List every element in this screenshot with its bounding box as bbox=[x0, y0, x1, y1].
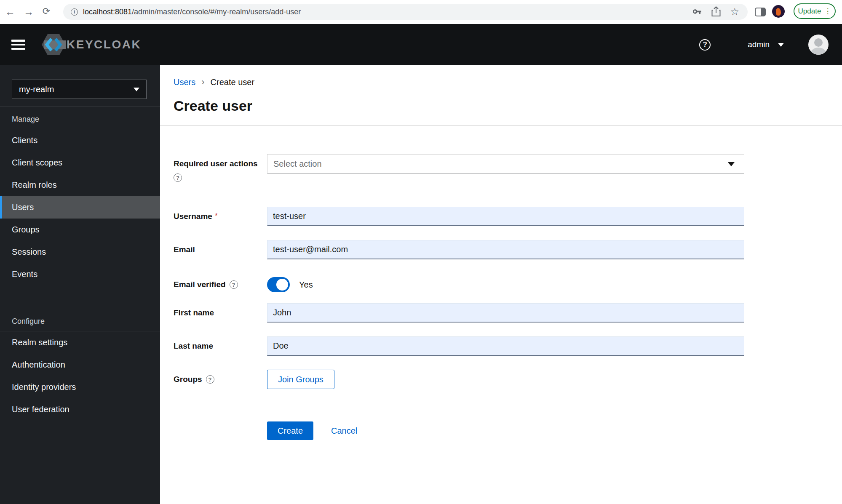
browser-menu-kebab-icon[interactable]: ⋮ bbox=[824, 7, 831, 16]
user-menu-label[interactable]: admin bbox=[748, 40, 770, 49]
email-verified-toggle[interactable] bbox=[267, 277, 290, 292]
forward-icon[interactable]: → bbox=[24, 7, 34, 17]
back-icon[interactable]: ← bbox=[5, 7, 15, 17]
form-row-email-verified: Email verified ? Yes bbox=[174, 277, 842, 292]
groups-help-icon[interactable]: ? bbox=[206, 375, 214, 384]
help-icon[interactable]: ? bbox=[699, 39, 711, 51]
update-label: Update bbox=[798, 7, 821, 16]
nav-group-title-manage: Manage bbox=[0, 114, 160, 125]
email-verified-state: Yes bbox=[299, 277, 313, 292]
form-row-groups: Groups ? Join Groups bbox=[174, 370, 842, 389]
sidebar-item-authentication[interactable]: Authentication bbox=[0, 354, 160, 376]
breadcrumb-users-link[interactable]: Users bbox=[174, 77, 195, 87]
main-content: Users › Create user Create user Required… bbox=[160, 65, 842, 504]
keycloak-hexagon-icon bbox=[41, 33, 66, 56]
browser-update-button[interactable]: Update ⋮ bbox=[794, 3, 836, 19]
required-asterisk: * bbox=[215, 212, 218, 220]
bookmark-star-icon[interactable]: ☆ bbox=[730, 6, 739, 18]
address-bar[interactable]: i localhost:8081/admin/master/console/#/… bbox=[63, 4, 748, 20]
form-row-first-name: First name bbox=[174, 303, 842, 323]
form-actions: Create Cancel bbox=[267, 421, 842, 440]
url-host: localhost:8081 bbox=[83, 8, 132, 16]
sidebar-item-realm-settings[interactable]: Realm settings bbox=[0, 331, 160, 354]
masthead-right: ? admin bbox=[699, 35, 829, 55]
form-row-email: Email bbox=[174, 240, 842, 259]
realm-selector-value: my-realm bbox=[19, 85, 134, 94]
toggle-knob bbox=[276, 279, 288, 291]
last-name-field[interactable] bbox=[267, 336, 744, 356]
url-text[interactable]: localhost:8081/admin/master/console/#/my… bbox=[83, 8, 692, 16]
last-name-label: Last name bbox=[174, 341, 213, 350]
page-title: Create user bbox=[174, 97, 842, 114]
email-label: Email bbox=[174, 245, 195, 254]
form-row-username: Username* bbox=[174, 207, 842, 226]
side-panel-icon[interactable] bbox=[755, 8, 766, 16]
site-info-icon[interactable]: i bbox=[71, 8, 78, 16]
keycloak-logo[interactable]: KEYCLOAK bbox=[41, 33, 141, 56]
breadcrumb-current: Create user bbox=[211, 77, 255, 87]
share-icon[interactable] bbox=[711, 6, 721, 17]
sidebar-item-sessions[interactable]: Sessions bbox=[0, 241, 160, 263]
keycloak-wordmark: KEYCLOAK bbox=[67, 38, 141, 51]
sidebar-item-events[interactable]: Events bbox=[0, 263, 160, 285]
user-avatar[interactable] bbox=[808, 35, 829, 55]
required-actions-label: Required user actions bbox=[174, 159, 258, 168]
breadcrumb-separator-icon: › bbox=[201, 77, 204, 87]
join-groups-button[interactable]: Join Groups bbox=[267, 370, 334, 389]
page-header-divider bbox=[160, 125, 842, 126]
cancel-button[interactable]: Cancel bbox=[331, 426, 357, 436]
url-path: /admin/master/console/#/my-realm/users/a… bbox=[132, 8, 301, 16]
sidebar-item-clients[interactable]: Clients bbox=[0, 129, 160, 152]
create-user-form: Required user actions ? Select action Us… bbox=[160, 154, 842, 440]
user-menu-caret-icon[interactable] bbox=[778, 43, 784, 47]
browser-profile-avatar[interactable] bbox=[772, 5, 785, 18]
groups-label: Groups bbox=[174, 375, 202, 384]
username-field[interactable] bbox=[267, 207, 744, 226]
sidebar-divider bbox=[0, 107, 160, 107]
sidebar-item-realm-roles[interactable]: Realm roles bbox=[0, 174, 160, 196]
form-row-last-name: Last name bbox=[174, 336, 842, 356]
password-key-icon[interactable] bbox=[692, 7, 702, 17]
first-name-field[interactable] bbox=[267, 303, 744, 323]
required-actions-help-icon[interactable]: ? bbox=[174, 173, 182, 182]
sidebar-item-users[interactable]: Users bbox=[0, 196, 160, 219]
required-actions-select[interactable]: Select action bbox=[267, 154, 744, 173]
create-button[interactable]: Create bbox=[267, 421, 313, 440]
realm-selector-caret-icon bbox=[134, 88, 139, 91]
nav-toggle-hamburger-icon[interactable] bbox=[11, 40, 25, 50]
keycloak-masthead: KEYCLOAK ? admin bbox=[0, 24, 842, 65]
realm-selector[interactable]: my-realm bbox=[12, 80, 147, 99]
reload-icon[interactable]: ⟳ bbox=[43, 7, 50, 16]
browser-chrome: ← → ⟳ i localhost:8081/admin/master/cons… bbox=[0, 0, 842, 24]
sidebar-item-groups[interactable]: Groups bbox=[0, 219, 160, 241]
nav-group-title-configure: Configure bbox=[0, 316, 160, 327]
select-caret-icon bbox=[728, 162, 735, 166]
sidebar-item-client-scopes[interactable]: Client scopes bbox=[0, 152, 160, 174]
email-field[interactable] bbox=[267, 240, 744, 259]
email-verified-label: Email verified bbox=[174, 280, 226, 289]
required-actions-placeholder: Select action bbox=[273, 159, 322, 169]
email-verified-help-icon[interactable]: ? bbox=[230, 280, 238, 289]
first-name-label: First name bbox=[174, 308, 214, 317]
sidebar-item-identity-providers[interactable]: Identity providers bbox=[0, 376, 160, 398]
username-label: Username bbox=[174, 212, 212, 221]
form-row-required-actions: Required user actions ? Select action bbox=[174, 154, 842, 182]
sidebar-nav: my-realm Manage Clients Client scopes Re… bbox=[0, 65, 160, 504]
sidebar-item-user-federation[interactable]: User federation bbox=[0, 398, 160, 421]
breadcrumb: Users › Create user bbox=[174, 77, 842, 87]
